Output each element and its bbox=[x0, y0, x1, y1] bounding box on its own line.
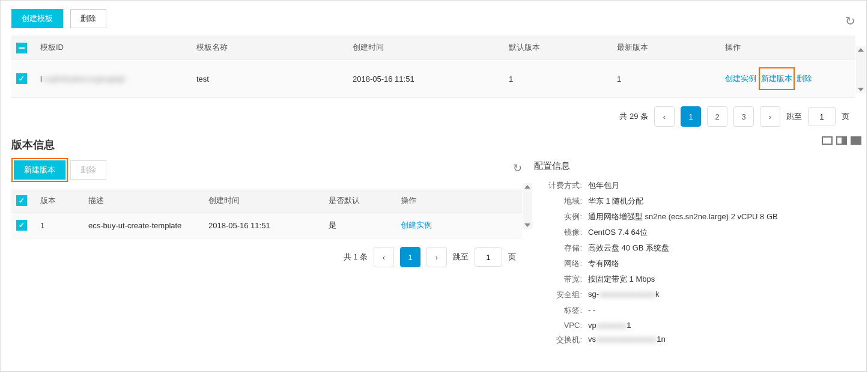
cfg-vpc-label: VPC: bbox=[534, 321, 582, 330]
refresh-versions-icon[interactable]: ↻ bbox=[513, 162, 522, 175]
config-title: 配置信息 bbox=[534, 160, 855, 172]
template-table: 模板ID 模板名称 创建时间 默认版本 最新版本 操作 lt-wj9h8zpkb… bbox=[11, 35, 855, 98]
create-instance-from-version-link[interactable]: 创建实例 bbox=[401, 220, 432, 229]
config-panel: 配置信息 计费方式:包年包月 地域:华东 1 随机分配 实例:通用网络增强型 s… bbox=[534, 158, 855, 350]
delete-button[interactable]: 删除 bbox=[70, 9, 106, 28]
new-version-link[interactable]: 新建版本 bbox=[761, 74, 792, 83]
col-is-default: 是否默认 bbox=[324, 189, 396, 213]
col-v-ops: 操作 bbox=[396, 189, 522, 213]
jump-input[interactable] bbox=[808, 107, 836, 126]
cfg-storage-value: 高效云盘 40 GB 系统盘 bbox=[588, 243, 669, 253]
v-prev-page-button[interactable]: ‹ bbox=[374, 247, 394, 267]
cfg-region-label: 地域: bbox=[534, 196, 582, 207]
table-row[interactable]: lt-wj9h8zpkbxvzgdsg8g0 test 2018-05-16 1… bbox=[11, 60, 855, 98]
next-page-button[interactable]: › bbox=[760, 106, 780, 127]
page-suffix: 页 bbox=[842, 111, 849, 122]
select-all-versions-checkbox[interactable] bbox=[16, 195, 27, 206]
cfg-vpc-value: vpaaaaaaa1 bbox=[588, 321, 631, 330]
col-ops: 操作 bbox=[720, 35, 855, 60]
col-template-id: 模板ID bbox=[35, 35, 192, 60]
page-3-button[interactable]: 3 bbox=[733, 106, 754, 127]
col-desc: 描述 bbox=[83, 189, 204, 213]
cfg-image-label: 镜像: bbox=[534, 227, 582, 238]
page-1-button[interactable]: 1 bbox=[681, 106, 701, 127]
v-total-count: 共 1 条 bbox=[344, 252, 368, 262]
delete-version-button[interactable]: 删除 bbox=[70, 160, 106, 180]
v-page-1-button[interactable]: 1 bbox=[400, 247, 420, 267]
page-2-button[interactable]: 2 bbox=[707, 106, 727, 127]
cfg-billing-label: 计费方式: bbox=[534, 180, 582, 191]
total-count: 共 29 条 bbox=[619, 111, 648, 122]
delete-link[interactable]: 删除 bbox=[797, 74, 812, 83]
view-mode-single-icon[interactable] bbox=[822, 136, 833, 145]
cfg-bandwidth-value: 按固定带宽 1 Mbps bbox=[588, 274, 655, 285]
col-default-ver: 默认版本 bbox=[504, 35, 612, 60]
template-name: test bbox=[192, 60, 348, 98]
version-section-title: 版本信息 bbox=[1, 135, 866, 158]
v-page-suffix: 页 bbox=[508, 252, 516, 262]
cfg-secgroup-label: 安全组: bbox=[534, 290, 582, 300]
refresh-icon[interactable]: ↻ bbox=[845, 14, 855, 28]
version-desc: ecs-buy-ut-create-template bbox=[83, 213, 204, 238]
cfg-billing-value: 包年包月 bbox=[588, 180, 619, 191]
row-checkbox[interactable] bbox=[16, 73, 27, 84]
select-all-checkbox[interactable] bbox=[16, 43, 27, 53]
col-template-name: 模板名称 bbox=[192, 35, 348, 60]
new-version-button[interactable]: 新建版本 bbox=[14, 160, 65, 180]
create-template-button[interactable]: 创建模板 bbox=[11, 9, 63, 28]
template-pagination: 共 29 条 ‹ 1 2 3 › 跳至 页 bbox=[11, 98, 855, 135]
version-pagination: 共 1 条 ‹ 1 › 跳至 页 bbox=[11, 238, 522, 276]
v-jump-input[interactable] bbox=[475, 247, 502, 267]
col-version: 版本 bbox=[35, 189, 83, 213]
template-default-ver: 1 bbox=[504, 60, 612, 98]
cfg-region-value: 华东 1 随机分配 bbox=[588, 196, 643, 207]
cfg-network-value: 专有网络 bbox=[588, 258, 619, 269]
v-jump-label: 跳至 bbox=[453, 252, 469, 262]
cfg-network-label: 网络: bbox=[534, 258, 582, 269]
create-instance-link[interactable]: 创建实例 bbox=[725, 74, 756, 83]
template-created: 2018-05-16 11:51 bbox=[348, 60, 504, 98]
version-table: 版本 描述 创建时间 是否默认 操作 1 ecs-buy-ut-create-t… bbox=[11, 189, 522, 238]
version-row[interactable]: 1 ecs-buy-ut-create-template 2018-05-16 … bbox=[11, 213, 522, 238]
view-mode-split-icon[interactable] bbox=[836, 136, 847, 145]
cfg-tag-label: 标签: bbox=[534, 305, 582, 316]
prev-page-button[interactable]: ‹ bbox=[654, 106, 675, 127]
cfg-tag-value: - - bbox=[588, 305, 595, 316]
cfg-instance-label: 实例: bbox=[534, 211, 582, 222]
jump-label: 跳至 bbox=[786, 111, 802, 122]
version-scrollbar[interactable] bbox=[523, 183, 532, 229]
version-row-checkbox[interactable] bbox=[16, 220, 27, 231]
cfg-storage-label: 存储: bbox=[534, 243, 582, 253]
cfg-bandwidth-label: 带宽: bbox=[534, 274, 582, 285]
template-latest-ver: 1 bbox=[612, 60, 720, 98]
col-created: 创建时间 bbox=[348, 35, 504, 60]
cfg-image-value: CentOS 7.4 64位 bbox=[588, 227, 648, 238]
cfg-vswitch-label: 交换机: bbox=[534, 335, 582, 345]
col-latest-ver: 最新版本 bbox=[612, 35, 720, 60]
version-number: 1 bbox=[35, 213, 83, 238]
scrollbar[interactable] bbox=[856, 46, 866, 93]
cfg-secgroup-value: sg-aaaaaaaaaaaaak bbox=[588, 290, 660, 300]
template-id-blurred: t-wj9h8zpkbxvzgdsg8g0 bbox=[42, 74, 126, 83]
version-is-default: 是 bbox=[324, 213, 396, 238]
cfg-vswitch-value: vsaaaaaaaaaaaaaa1n bbox=[588, 335, 666, 345]
col-v-created: 创建时间 bbox=[204, 189, 324, 213]
cfg-instance-value: 通用网络增强型 sn2ne (ecs.sn2ne.large) 2 vCPU 8… bbox=[588, 211, 778, 222]
v-next-page-button[interactable]: › bbox=[426, 247, 447, 267]
view-mode-full-icon[interactable] bbox=[851, 136, 861, 145]
version-created: 2018-05-16 11:51 bbox=[204, 213, 324, 238]
